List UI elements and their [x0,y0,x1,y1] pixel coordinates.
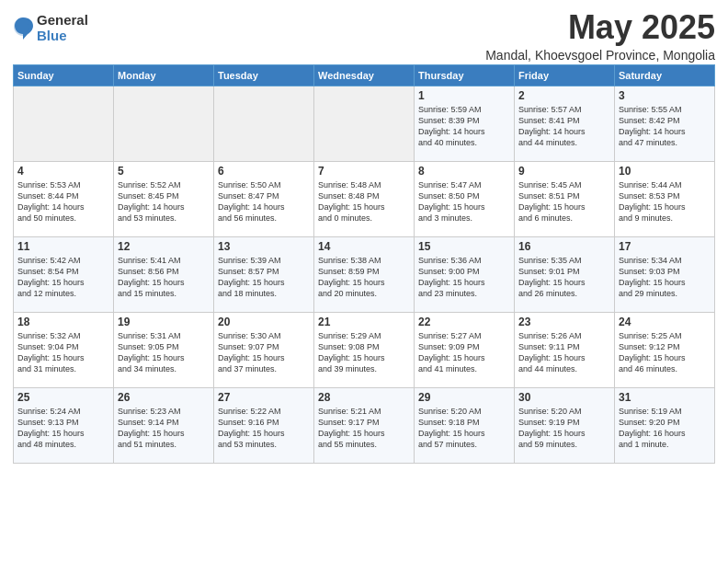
calendar-week-4: 18Sunrise: 5:32 AM Sunset: 9:04 PM Dayli… [14,312,715,387]
day-number: 17 [619,240,711,253]
col-monday: Monday [114,64,214,86]
cell-content: Sunrise: 5:34 AM Sunset: 9:03 PM Dayligh… [619,255,711,300]
calendar-week-5: 25Sunrise: 5:24 AM Sunset: 9:13 PM Dayli… [14,387,715,463]
day-number: 2 [518,89,610,102]
day-number: 26 [118,391,210,404]
col-wednesday: Wednesday [314,64,415,86]
cell-content: Sunrise: 5:19 AM Sunset: 9:20 PM Dayligh… [619,406,711,451]
calendar-cell: 7Sunrise: 5:48 AM Sunset: 8:48 PM Daylig… [314,161,415,236]
cell-content: Sunrise: 5:20 AM Sunset: 9:18 PM Dayligh… [418,406,510,451]
calendar-body: 1Sunrise: 5:59 AM Sunset: 8:39 PM Daylig… [14,86,715,463]
col-friday: Friday [515,64,615,86]
calendar-cell: 12Sunrise: 5:41 AM Sunset: 8:56 PM Dayli… [114,236,214,312]
calendar-cell [214,86,314,161]
cell-content: Sunrise: 5:27 AM Sunset: 9:09 PM Dayligh… [418,330,510,375]
day-number: 28 [318,391,410,404]
day-number: 18 [17,316,109,328]
calendar-cell: 5Sunrise: 5:52 AM Sunset: 8:45 PM Daylig… [114,161,214,236]
cell-content: Sunrise: 5:22 AM Sunset: 9:16 PM Dayligh… [218,406,310,451]
calendar-cell [114,86,214,161]
calendar-week-2: 4Sunrise: 5:53 AM Sunset: 8:44 PM Daylig… [14,161,715,236]
day-number: 15 [418,240,510,253]
calendar-cell: 31Sunrise: 5:19 AM Sunset: 9:20 PM Dayli… [615,387,715,463]
calendar-cell: 28Sunrise: 5:21 AM Sunset: 9:17 PM Dayli… [314,387,415,463]
calendar-cell: 29Sunrise: 5:20 AM Sunset: 9:18 PM Dayli… [415,387,515,463]
month-title: May 2025 [485,9,715,46]
cell-content: Sunrise: 5:23 AM Sunset: 9:14 PM Dayligh… [118,406,210,451]
col-saturday: Saturday [615,64,715,86]
day-number: 27 [218,391,310,404]
day-number: 3 [619,89,711,102]
day-number: 16 [518,240,610,253]
calendar-cell: 22Sunrise: 5:27 AM Sunset: 9:09 PM Dayli… [415,312,515,387]
cell-content: Sunrise: 5:55 AM Sunset: 8:42 PM Dayligh… [619,104,711,149]
day-number: 14 [318,240,410,253]
subtitle: Mandal, Khoevsgoel Province, Mongolia [485,48,715,63]
calendar-cell: 20Sunrise: 5:30 AM Sunset: 9:07 PM Dayli… [214,312,314,387]
cell-content: Sunrise: 5:47 AM Sunset: 8:50 PM Dayligh… [418,179,510,224]
day-number: 8 [418,165,510,178]
calendar-table: Sunday Monday Tuesday Wednesday Thursday… [13,64,715,464]
calendar-cell: 6Sunrise: 5:50 AM Sunset: 8:47 PM Daylig… [214,161,314,236]
cell-content: Sunrise: 5:44 AM Sunset: 8:53 PM Dayligh… [619,179,711,224]
cell-content: Sunrise: 5:31 AM Sunset: 9:05 PM Dayligh… [118,330,210,375]
calendar-cell: 1Sunrise: 5:59 AM Sunset: 8:39 PM Daylig… [415,86,515,161]
calendar-cell: 4Sunrise: 5:53 AM Sunset: 8:44 PM Daylig… [14,161,114,236]
cell-content: Sunrise: 5:20 AM Sunset: 9:19 PM Dayligh… [518,406,610,451]
day-number: 7 [318,165,410,178]
calendar-cell: 16Sunrise: 5:35 AM Sunset: 9:01 PM Dayli… [515,236,615,312]
calendar-cell: 10Sunrise: 5:44 AM Sunset: 8:53 PM Dayli… [615,161,715,236]
cell-content: Sunrise: 5:25 AM Sunset: 9:12 PM Dayligh… [619,330,711,375]
cell-content: Sunrise: 5:53 AM Sunset: 8:44 PM Dayligh… [17,179,109,224]
cell-content: Sunrise: 5:50 AM Sunset: 8:47 PM Dayligh… [218,179,310,224]
cell-content: Sunrise: 5:32 AM Sunset: 9:04 PM Dayligh… [17,330,109,375]
calendar-week-3: 11Sunrise: 5:42 AM Sunset: 8:54 PM Dayli… [14,236,715,312]
header-row: General Blue May 2025 Mandal, Khoevsgoel… [13,9,715,63]
calendar-container: General Blue May 2025 Mandal, Khoevsgoel… [0,0,728,471]
cell-content: Sunrise: 5:42 AM Sunset: 8:54 PM Dayligh… [17,255,109,300]
cell-content: Sunrise: 5:57 AM Sunset: 8:41 PM Dayligh… [518,104,610,149]
logo-blue-text: Blue [37,29,88,44]
calendar-cell: 30Sunrise: 5:20 AM Sunset: 9:19 PM Dayli… [515,387,615,463]
day-number: 5 [118,165,210,178]
day-number: 22 [418,316,510,328]
cell-content: Sunrise: 5:24 AM Sunset: 9:13 PM Dayligh… [17,406,109,451]
day-number: 20 [218,316,310,328]
day-number: 1 [418,89,510,102]
day-number: 29 [418,391,510,404]
calendar-cell: 13Sunrise: 5:39 AM Sunset: 8:57 PM Dayli… [214,236,314,312]
calendar-cell: 18Sunrise: 5:32 AM Sunset: 9:04 PM Dayli… [14,312,114,387]
calendar-cell: 8Sunrise: 5:47 AM Sunset: 8:50 PM Daylig… [415,161,515,236]
cell-content: Sunrise: 5:35 AM Sunset: 9:01 PM Dayligh… [518,255,610,300]
header-row-days: Sunday Monday Tuesday Wednesday Thursday… [14,64,715,86]
calendar-cell: 2Sunrise: 5:57 AM Sunset: 8:41 PM Daylig… [515,86,615,161]
calendar-cell: 24Sunrise: 5:25 AM Sunset: 9:12 PM Dayli… [615,312,715,387]
cell-content: Sunrise: 5:48 AM Sunset: 8:48 PM Dayligh… [318,179,410,224]
day-number: 12 [118,240,210,253]
calendar-cell: 19Sunrise: 5:31 AM Sunset: 9:05 PM Dayli… [114,312,214,387]
col-tuesday: Tuesday [214,64,314,86]
calendar-cell: 23Sunrise: 5:26 AM Sunset: 9:11 PM Dayli… [515,312,615,387]
day-number: 13 [218,240,310,253]
logo-icon [13,16,33,41]
col-sunday: Sunday [14,64,114,86]
calendar-cell: 25Sunrise: 5:24 AM Sunset: 9:13 PM Dayli… [14,387,114,463]
calendar-cell: 9Sunrise: 5:45 AM Sunset: 8:51 PM Daylig… [515,161,615,236]
cell-content: Sunrise: 5:21 AM Sunset: 9:17 PM Dayligh… [318,406,410,451]
calendar-cell: 3Sunrise: 5:55 AM Sunset: 8:42 PM Daylig… [615,86,715,161]
day-number: 25 [17,391,109,404]
calendar-cell: 15Sunrise: 5:36 AM Sunset: 9:00 PM Dayli… [415,236,515,312]
day-number: 11 [17,240,109,253]
title-block: May 2025 Mandal, Khoevsgoel Province, Mo… [485,9,715,63]
cell-content: Sunrise: 5:59 AM Sunset: 8:39 PM Dayligh… [418,104,510,149]
cell-content: Sunrise: 5:52 AM Sunset: 8:45 PM Dayligh… [118,179,210,224]
logo-general-text: General [37,13,88,29]
day-number: 23 [518,316,610,328]
day-number: 31 [619,391,711,404]
cell-content: Sunrise: 5:30 AM Sunset: 9:07 PM Dayligh… [218,330,310,375]
calendar-cell [314,86,415,161]
logo-text: General Blue [37,13,88,43]
calendar-week-1: 1Sunrise: 5:59 AM Sunset: 8:39 PM Daylig… [14,86,715,161]
cell-content: Sunrise: 5:41 AM Sunset: 8:56 PM Dayligh… [118,255,210,300]
cell-content: Sunrise: 5:26 AM Sunset: 9:11 PM Dayligh… [518,330,610,375]
